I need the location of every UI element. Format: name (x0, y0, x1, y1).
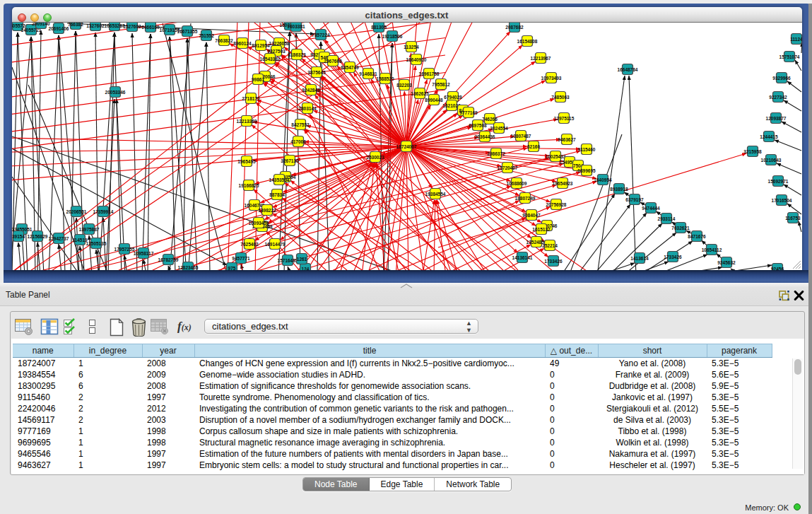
svg-text:124: 124 (301, 267, 309, 271)
svg-text:92456: 92456 (770, 267, 783, 271)
svg-text:20756928: 20756928 (546, 202, 566, 207)
svg-text:20364436: 20364436 (474, 134, 495, 139)
svg-text:1498222: 1498222 (258, 208, 276, 213)
svg-text:10973493: 10973493 (541, 76, 561, 81)
svg-text:0899695: 0899695 (577, 168, 596, 173)
svg-text:16961758: 16961758 (418, 71, 439, 76)
svg-text:7857224: 7857224 (312, 33, 330, 37)
svg-text:18724007: 18724007 (396, 144, 416, 149)
svg-text:16782759: 16782759 (158, 257, 178, 262)
svg-text:10653267: 10653267 (104, 23, 124, 28)
svg-text:8186323: 8186323 (288, 52, 306, 57)
svg-text:2803144: 2803144 (298, 106, 317, 111)
svg-text:2718170: 2718170 (242, 96, 260, 101)
svg-text:20053346: 20053346 (105, 90, 125, 95)
svg-text:10210643: 10210643 (760, 158, 781, 163)
svg-text:6897508: 6897508 (469, 123, 487, 128)
svg-text:16093459: 16093459 (248, 221, 269, 226)
svg-text:12505135: 12505135 (86, 241, 106, 246)
svg-text:10025433: 10025433 (545, 154, 565, 159)
svg-text:1327602: 1327602 (86, 23, 105, 28)
svg-text:1615132: 1615132 (532, 227, 551, 232)
svg-text:13975887: 13975887 (78, 227, 99, 232)
svg-text:12156829: 12156829 (27, 234, 47, 239)
svg-text:19218506: 19218506 (382, 34, 402, 39)
svg-text:16543382: 16543382 (259, 57, 280, 62)
svg-text:9777169: 9777169 (459, 110, 478, 115)
svg-text:9474444: 9474444 (642, 206, 660, 211)
svg-text:1733426: 1733426 (664, 255, 682, 259)
svg-text:10958117: 10958117 (133, 251, 153, 256)
svg-text:8990448: 8990448 (425, 98, 443, 103)
svg-text:6379197: 6379197 (625, 197, 644, 202)
svg-text:7625402: 7625402 (240, 242, 259, 247)
svg-text:8938918: 8938918 (610, 187, 628, 192)
svg-text:116753: 116753 (785, 216, 801, 221)
svg-text:832203: 832203 (396, 83, 412, 88)
svg-text:39154: 39154 (12, 234, 25, 239)
svg-text:12093877: 12093877 (765, 116, 786, 121)
svg-text:11124: 11124 (790, 37, 802, 42)
svg-text:9245632: 9245632 (717, 260, 736, 265)
svg-text:19654923: 19654923 (552, 181, 572, 186)
svg-text:12823465: 12823465 (177, 265, 198, 270)
svg-text:7485063: 7485063 (551, 95, 570, 100)
svg-text:18640910: 18640910 (406, 57, 426, 62)
svg-text:10688609: 10688609 (506, 181, 526, 186)
svg-text:15692971: 15692971 (767, 179, 788, 184)
svg-text:1965495: 1965495 (237, 159, 256, 164)
svg-text:13226058: 13226058 (269, 41, 289, 46)
svg-text:3024554: 3024554 (490, 126, 508, 131)
svg-text:9457771: 9457771 (232, 256, 250, 261)
svg-text:1244415: 1244415 (760, 134, 778, 139)
svg-text:17016504: 17016504 (771, 198, 792, 203)
svg-text:881305: 881305 (371, 25, 387, 30)
svg-text:19384554: 19384554 (425, 192, 445, 197)
svg-text:8471676: 8471676 (688, 234, 706, 239)
svg-text:62160: 62160 (526, 144, 539, 149)
svg-text:9115460: 9115460 (577, 147, 595, 152)
svg-text:8427552: 8427552 (291, 122, 310, 127)
svg-text:20206551: 20206551 (66, 209, 86, 214)
svg-text:17957255: 17957255 (114, 247, 134, 252)
svg-text:15751074: 15751074 (779, 54, 799, 59)
svg-text:1733426: 1733426 (544, 259, 563, 264)
svg-text:252214: 252214 (542, 243, 558, 248)
svg-text:9327503: 9327503 (267, 49, 286, 54)
svg-text:12213967: 12213967 (530, 56, 551, 61)
svg-text:8912954: 8912954 (252, 43, 270, 48)
svg-text:18807249: 18807249 (514, 196, 535, 201)
svg-text:3875645: 3875645 (307, 70, 326, 75)
svg-text:99861: 99861 (251, 77, 264, 82)
svg-text:2986372: 2986372 (487, 151, 505, 156)
svg-text:14136141: 14136141 (512, 255, 532, 260)
svg-text:7632621: 7632621 (671, 226, 690, 230)
svg-text:3267130: 3267130 (281, 158, 299, 163)
svg-text:12942737: 12942737 (48, 236, 69, 241)
svg-text:7663822: 7663822 (215, 38, 233, 43)
svg-text:16671355: 16671355 (177, 29, 197, 34)
svg-text:19166825: 19166825 (238, 183, 259, 188)
svg-text:9242848: 9242848 (302, 88, 320, 93)
svg-text:1603381: 1603381 (287, 24, 305, 29)
svg-text:6466160: 6466160 (141, 25, 160, 30)
svg-text:9227342: 9227342 (769, 95, 787, 100)
svg-text:16648784: 16648784 (617, 67, 637, 72)
svg-text:6794028: 6794028 (444, 95, 462, 100)
svg-text:2087682: 2087682 (505, 25, 524, 30)
svg-text:1588520: 1588520 (376, 76, 394, 81)
svg-text:2009140: 2009140 (32, 23, 50, 26)
svg-text:975: 975 (228, 266, 235, 271)
svg-text:17359914: 17359914 (93, 209, 113, 214)
svg-text:16914479: 16914479 (264, 242, 285, 247)
svg-text:9463627: 9463627 (558, 137, 576, 142)
svg-text:1362625: 1362625 (411, 91, 429, 96)
svg-text:746266: 746266 (482, 117, 498, 122)
svg-text:887834: 887834 (269, 192, 285, 197)
svg-text:10807487: 10807487 (510, 134, 531, 139)
svg-text:2967608: 2967608 (324, 59, 342, 64)
svg-text:1527602: 1527602 (123, 24, 141, 29)
svg-text:12975115: 12975115 (553, 116, 574, 121)
svg-text:113254: 113254 (404, 45, 419, 49)
svg-text:8960124: 8960124 (233, 41, 252, 46)
